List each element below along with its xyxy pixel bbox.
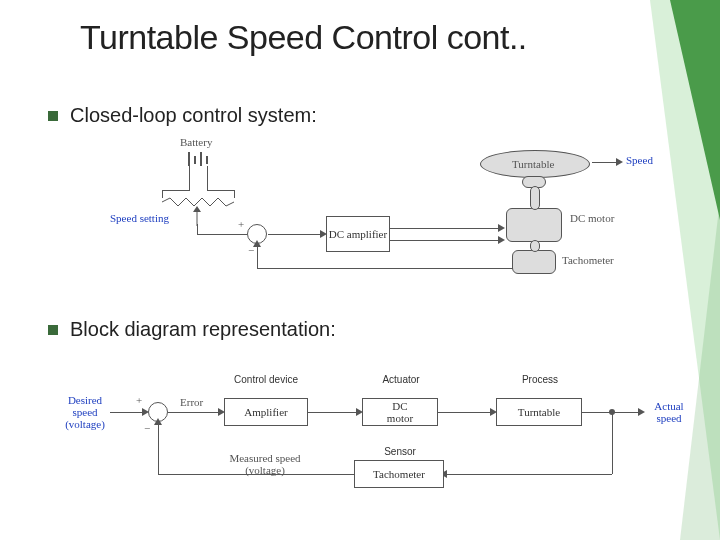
process-label: Process bbox=[500, 374, 580, 385]
actual-speed-label: Actual speed bbox=[648, 400, 690, 424]
svg-marker-2 bbox=[680, 200, 720, 540]
sensor-label: Sensor bbox=[360, 446, 440, 457]
svg-marker-4 bbox=[193, 206, 201, 212]
block-diagram: Desired speed (voltage) + − Error Contro… bbox=[60, 364, 680, 514]
turntable-label: Turntable bbox=[512, 158, 554, 170]
amplifier-box: Amplifier bbox=[224, 398, 308, 426]
bullet-block-diagram: Block diagram representation: bbox=[48, 318, 336, 341]
desired-speed-label: Desired speed (voltage) bbox=[60, 394, 110, 430]
tachometer-label: Tachometer bbox=[562, 254, 614, 266]
dc-amplifier-box: DC amplifier bbox=[326, 216, 390, 252]
page-title: Turntable Speed Control cont.. bbox=[80, 18, 527, 57]
dc-motor-label: DC motor bbox=[570, 212, 614, 224]
control-device-label: Control device bbox=[226, 374, 306, 385]
battery-label: Battery bbox=[180, 136, 212, 148]
bullet-closed-loop: Closed-loop control system: bbox=[48, 104, 317, 127]
svg-marker-0 bbox=[670, 0, 720, 220]
dc-motor-box: DC motor bbox=[362, 398, 438, 426]
bullet-text: Block diagram representation: bbox=[70, 318, 336, 341]
closed-loop-diagram: Battery Speed setting + − DC amplifier T… bbox=[100, 150, 640, 310]
plus-sign: + bbox=[136, 394, 142, 406]
tachometer-box: Tachometer bbox=[354, 460, 444, 488]
bullet-text: Closed-loop control system: bbox=[70, 104, 317, 127]
minus-sign: − bbox=[144, 422, 150, 434]
speed-setting-label: Speed setting bbox=[110, 212, 169, 224]
bullet-icon bbox=[48, 325, 58, 335]
bullet-icon bbox=[48, 111, 58, 121]
error-label: Error bbox=[180, 396, 203, 408]
turntable-box: Turntable bbox=[496, 398, 582, 426]
plus-sign: + bbox=[238, 218, 244, 230]
dc-motor-block bbox=[506, 208, 562, 242]
tachometer-block bbox=[512, 250, 556, 274]
actuator-label: Actuator bbox=[366, 374, 436, 385]
measured-speed-label: Measured speed (voltage) bbox=[210, 452, 320, 476]
speed-output-label: Speed bbox=[626, 154, 653, 166]
